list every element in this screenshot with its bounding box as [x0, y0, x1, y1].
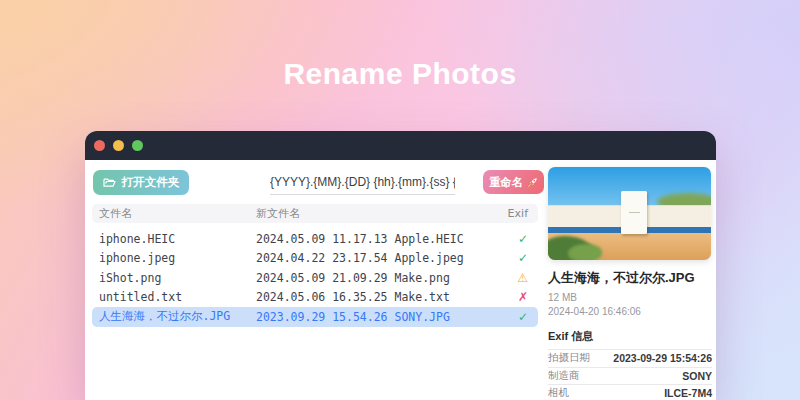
exif-label: 拍摄日期	[548, 351, 590, 365]
open-folder-button[interactable]: 打开文件夹	[93, 170, 189, 195]
header-new-filename: 新文件名	[256, 206, 492, 221]
exif-info-list: 拍摄日期2023-09-29 15:54:26制造商SONY相机ILCE-7M4…	[548, 349, 712, 400]
exif-row: 相机ILCE-7M4	[548, 384, 712, 400]
exif-label: 制造商	[548, 369, 580, 383]
rename-button[interactable]: 重命名	[483, 170, 544, 194]
exif-row: 拍摄日期2023-09-29 15:54:26	[548, 349, 712, 367]
file-row[interactable]: untitled.txt2024.05.06 16.35.25 Make.txt…	[92, 288, 538, 308]
file-name-cell: iShot.png	[92, 271, 256, 285]
exif-status-error-icon: ✗	[492, 290, 538, 304]
page-title: Rename Photos	[0, 57, 800, 91]
rename-button-label: 重命名	[490, 175, 523, 190]
window-content: 打开文件夹 重命名 文件名 新文件名	[85, 160, 716, 400]
detail-filename: 人生海海，不过尔尔.JPG	[548, 269, 712, 287]
file-table: 文件名 新文件名 Exif iphone.HEIC2024.05.09 11.1…	[92, 204, 538, 327]
new-file-name-cell: 2024.05.09 21.09.29 Make.png	[256, 271, 492, 285]
photo-preview	[548, 167, 711, 260]
exif-status-warning-icon: ⚠	[492, 271, 538, 285]
exif-status-ok-icon: ✓	[492, 251, 538, 265]
new-file-name-cell: 2024.05.06 16.35.25 Make.txt	[256, 290, 492, 304]
new-file-name-cell: 2023.09.29 15.54.26 SONY.JPG	[256, 310, 492, 324]
exif-value: SONY	[682, 370, 712, 382]
app-window: 打开文件夹 重命名 文件名 新文件名	[85, 131, 716, 400]
detail-filesize: 12 MB	[548, 292, 712, 303]
exif-label: 相机	[548, 386, 569, 400]
file-name-cell: untitled.txt	[92, 290, 256, 304]
exif-row: 制造商SONY	[548, 367, 712, 385]
rename-pattern-input[interactable]	[270, 169, 455, 195]
header-exif: Exif	[492, 207, 538, 220]
new-file-name-cell: 2024.05.09 11.17.13 Apple.HEIC	[256, 232, 492, 246]
file-row[interactable]: iphone.jpeg2024.04.22 23.17.54 Apple.jpe…	[92, 249, 538, 269]
open-folder-label: 打开文件夹	[122, 175, 180, 190]
exif-section-title: Exif 信息	[548, 329, 712, 344]
file-table-body: iphone.HEIC2024.05.09 11.17.13 Apple.HEI…	[92, 229, 538, 327]
photo-book	[621, 191, 647, 234]
exif-status-ok-icon: ✓	[492, 310, 538, 324]
detail-datetime: 2024-04-20 16:46:06	[548, 306, 712, 317]
exif-status-ok-icon: ✓	[492, 232, 538, 246]
exif-value: 2023-09-29 15:54:26	[613, 352, 712, 364]
file-name-cell: iphone.HEIC	[92, 232, 256, 246]
detail-panel: 人生海海，不过尔尔.JPG 12 MB 2024-04-20 16:46:06 …	[548, 167, 712, 400]
file-name-cell: 人生海海，不过尔尔.JPG	[92, 309, 256, 324]
new-file-name-cell: 2024.04.22 23.17.54 Apple.jpeg	[256, 251, 492, 265]
file-table-header: 文件名 新文件名 Exif	[92, 204, 538, 223]
file-row[interactable]: iphone.HEIC2024.05.09 11.17.13 Apple.HEI…	[92, 229, 538, 249]
header-filename: 文件名	[92, 206, 256, 221]
photo-plant	[568, 244, 602, 260]
file-name-cell: iphone.jpeg	[92, 251, 256, 265]
minimize-window-button[interactable]	[113, 140, 124, 151]
zoom-window-button[interactable]	[132, 140, 143, 151]
file-row[interactable]: 人生海海，不过尔尔.JPG2023.09.29 15.54.26 SONY.JP…	[92, 307, 538, 327]
close-window-button[interactable]	[94, 140, 105, 151]
exif-value: ILCE-7M4	[664, 387, 712, 399]
window-titlebar	[85, 131, 716, 160]
file-row[interactable]: iShot.png2024.05.09 21.09.29 Make.png⚠	[92, 268, 538, 288]
open-folder-icon	[103, 177, 116, 188]
rocket-icon	[527, 177, 538, 188]
